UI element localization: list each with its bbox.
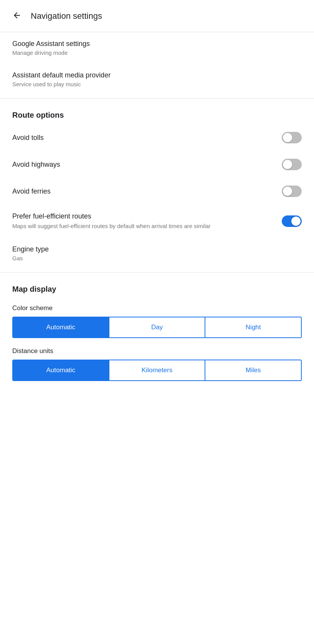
color-scheme-day-btn[interactable]: Day [109,317,206,337]
fuel-efficient-subtitle: Maps will suggest fuel-efficient routes … [12,222,273,230]
back-arrow-icon [12,11,21,20]
fuel-efficient-toggle[interactable] [282,215,302,227]
avoid-tolls-item[interactable]: Avoid tolls [0,124,314,151]
distance-kilometers-btn[interactable]: Kilometers [109,360,206,380]
map-display-header: Map display [0,276,314,298]
distance-miles-btn[interactable]: Miles [205,360,301,380]
fuel-efficient-content: Prefer fuel-efficient routes Maps will s… [12,212,282,230]
avoid-highways-item[interactable]: Avoid highways [0,151,314,178]
color-scheme-label: Color scheme [0,298,314,317]
distance-units-control: Automatic Kilometers Miles [12,360,302,381]
google-assistant-item[interactable]: Google Assistant settings Manage driving… [0,32,314,64]
engine-type-title: Engine type [12,245,302,253]
avoid-ferries-item[interactable]: Avoid ferries [0,178,314,205]
google-assistant-subtitle: Manage driving mode [12,49,302,56]
assistant-media-subtitle: Service used to play music [12,81,302,87]
color-scheme-automatic-btn[interactable]: Automatic [13,317,109,337]
engine-type-value: Gas [12,255,302,261]
section-divider-1 [0,98,314,99]
header: Navigation settings [0,0,314,32]
avoid-tolls-content: Avoid tolls [12,134,282,142]
google-assistant-section: Google Assistant settings Manage driving… [0,32,314,95]
avoid-ferries-toggle[interactable] [282,186,302,197]
color-scheme-night-btn[interactable]: Night [205,317,301,337]
fuel-efficient-slider [282,215,302,227]
avoid-tolls-slider [282,132,302,143]
engine-type-item[interactable]: Engine type Gas [0,238,314,269]
avoid-highways-slider [282,159,302,170]
avoid-tolls-title: Avoid tolls [12,134,273,142]
route-options-section: Route options Avoid tolls Avoid highways… [0,102,314,269]
avoid-highways-title: Avoid highways [12,161,273,169]
assistant-media-title: Assistant default media provider [12,71,302,79]
avoid-tolls-toggle[interactable] [282,132,302,143]
avoid-ferries-title: Avoid ferries [12,187,273,196]
avoid-highways-content: Avoid highways [12,161,282,169]
distance-automatic-btn[interactable]: Automatic [13,360,109,380]
color-scheme-control: Automatic Day Night [12,317,302,338]
google-assistant-title: Google Assistant settings [12,40,302,48]
avoid-ferries-content: Avoid ferries [12,187,282,196]
fuel-efficient-title: Prefer fuel-efficient routes [12,212,273,220]
fuel-efficient-item[interactable]: Prefer fuel-efficient routes Maps will s… [0,205,314,238]
back-button[interactable] [9,8,25,24]
section-divider-2 [0,272,314,273]
page-title: Navigation settings [31,11,102,21]
map-display-section: Map display Color scheme Automatic Day N… [0,276,314,393]
avoid-ferries-slider [282,186,302,197]
assistant-media-item[interactable]: Assistant default media provider Service… [0,64,314,95]
distance-units-label: Distance units [0,338,314,360]
avoid-highways-toggle[interactable] [282,159,302,170]
route-options-header: Route options [0,102,314,124]
